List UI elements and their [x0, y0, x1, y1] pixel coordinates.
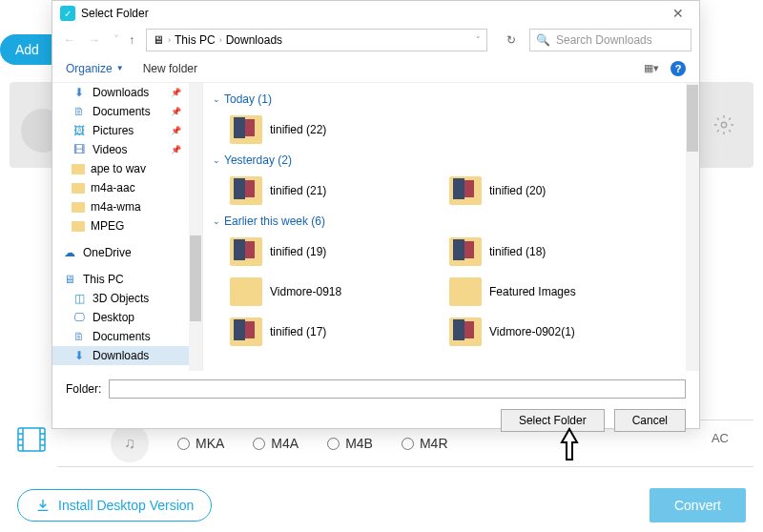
- folder-item[interactable]: tinified (17): [213, 312, 432, 352]
- refresh-icon[interactable]: ↻: [499, 33, 524, 47]
- folder-item[interactable]: tinified (18): [432, 232, 651, 272]
- back-icon[interactable]: ←: [60, 31, 79, 49]
- dialog-buttons: Select Folder Cancel: [52, 401, 699, 440]
- sidebar-item[interactable]: 🖥This PC: [52, 270, 202, 289]
- format-more-text: AC: [711, 431, 729, 445]
- select-folder-dialog: ✓ Select Folder ✕ ← → ˅ ↑ 🖥 › This PC › …: [52, 0, 700, 429]
- group-header[interactable]: ⌄ Today (1): [213, 89, 690, 110]
- sidebar-item[interactable]: m4a-aac: [52, 178, 202, 197]
- cancel-button[interactable]: Cancel: [614, 409, 686, 432]
- close-icon[interactable]: ✕: [665, 4, 691, 23]
- folder-item[interactable]: Featured Images: [432, 272, 651, 312]
- search-input[interactable]: 🔍 Search Downloads: [529, 29, 691, 51]
- folder-label: Folder:: [66, 382, 101, 396]
- chevron-down-icon[interactable]: ˅: [476, 35, 481, 45]
- folder-item[interactable]: Vidmore-0918: [213, 272, 432, 312]
- sidebar-item[interactable]: ape to wav: [52, 159, 202, 178]
- chevron-down-icon: ⌄: [213, 94, 220, 104]
- folder-item[interactable]: tinified (19): [213, 232, 432, 272]
- app-icon: ✓: [60, 6, 75, 21]
- folder-icon: [230, 176, 262, 205]
- add-button[interactable]: Add: [0, 34, 54, 65]
- recent-dropdown-icon[interactable]: ˅: [110, 31, 123, 49]
- select-folder-button[interactable]: Select Folder: [501, 409, 605, 432]
- folder-input[interactable]: [109, 379, 686, 399]
- chevron-right-icon: ›: [168, 35, 171, 45]
- gear-icon[interactable]: [713, 114, 734, 139]
- sidebar-item[interactable]: 🖼Pictures: [52, 121, 202, 140]
- folder-item[interactable]: Vidmore-0902(1): [432, 312, 651, 352]
- group-header[interactable]: ⌄ Yesterday (2): [213, 150, 690, 171]
- folder-item[interactable]: tinified (22): [213, 110, 432, 150]
- folder-icon: [449, 317, 482, 346]
- sidebar-item[interactable]: 🗎Documents: [52, 102, 202, 121]
- help-icon[interactable]: ?: [670, 61, 686, 76]
- scrollbar-thumb[interactable]: [190, 235, 201, 321]
- film-icon: [17, 427, 46, 456]
- view-options-icon[interactable]: ▦▾: [644, 62, 659, 74]
- folder-icon: [230, 115, 262, 144]
- search-icon: 🔍: [536, 33, 550, 47]
- sidebar-item[interactable]: MPEG: [52, 216, 202, 235]
- up-icon[interactable]: ↑: [129, 33, 134, 47]
- folder-row: Folder:: [52, 377, 699, 401]
- sidebar-item[interactable]: 🎞Videos: [52, 140, 202, 159]
- folder-item[interactable]: tinified (20): [432, 171, 651, 211]
- group-header[interactable]: ⌄ Earlier this week (6): [213, 211, 690, 232]
- new-folder-button[interactable]: New folder: [143, 62, 197, 75]
- chevron-down-icon: ▼: [116, 64, 124, 72]
- content-area: ⬇Downloads🗎Documents🖼Pictures🎞Videosape …: [52, 83, 699, 371]
- dialog-titlebar: ✓ Select Folder ✕: [52, 1, 699, 26]
- install-desktop-button[interactable]: Install Desktop Version: [17, 489, 212, 522]
- convert-button[interactable]: Convert: [650, 488, 746, 522]
- forward-icon[interactable]: →: [85, 31, 104, 49]
- main-pane: ⌄ Today (1)tinified (22)⌄ Yesterday (2)t…: [203, 83, 699, 371]
- folder-icon: [449, 237, 482, 266]
- sidebar-item[interactable]: 🗎Documents: [52, 327, 202, 346]
- chevron-down-icon: ⌄: [213, 216, 220, 226]
- breadcrumb-item[interactable]: Downloads: [226, 33, 282, 47]
- dialog-title: Select Folder: [81, 7, 149, 20]
- sidebar-item[interactable]: ◫3D Objects: [52, 289, 202, 308]
- organize-menu[interactable]: Organize▼: [66, 62, 124, 75]
- sidebar-item[interactable]: ⬇Downloads: [52, 346, 202, 365]
- folder-icon: [449, 277, 482, 306]
- sidebar-item[interactable]: 🖵Desktop: [52, 308, 202, 327]
- pc-icon: 🖥: [153, 33, 164, 47]
- scrollbar[interactable]: [189, 83, 202, 371]
- folder-icon: [230, 237, 262, 266]
- folder-icon: [230, 317, 262, 346]
- sidebar-item[interactable]: ⬇Downloads: [52, 83, 202, 102]
- folder-icon: [230, 277, 262, 306]
- toolbar-row: Organize▼ New folder ▦▾ ?: [52, 54, 699, 83]
- breadcrumb[interactable]: 🖥 › This PC › Downloads ˅: [146, 29, 487, 51]
- breadcrumb-item[interactable]: This PC: [175, 33, 216, 47]
- scrollbar[interactable]: [686, 83, 699, 371]
- sidebar: ⬇Downloads🗎Documents🖼Pictures🎞Videosape …: [52, 83, 203, 371]
- chevron-down-icon: ⌄: [213, 155, 220, 165]
- svg-point-0: [721, 122, 727, 128]
- sidebar-item[interactable]: ☁OneDrive: [52, 243, 202, 262]
- folder-item[interactable]: tinified (21): [213, 171, 432, 211]
- scrollbar-thumb[interactable]: [687, 85, 698, 152]
- bottom-bar: Install Desktop Version Convert: [0, 479, 763, 532]
- sidebar-item[interactable]: m4a-wma: [52, 197, 202, 216]
- folder-icon: [449, 176, 482, 205]
- chevron-right-icon: ›: [219, 35, 222, 45]
- navigation-row: ← → ˅ ↑ 🖥 › This PC › Downloads ˅ ↻ 🔍 Se…: [52, 26, 699, 54]
